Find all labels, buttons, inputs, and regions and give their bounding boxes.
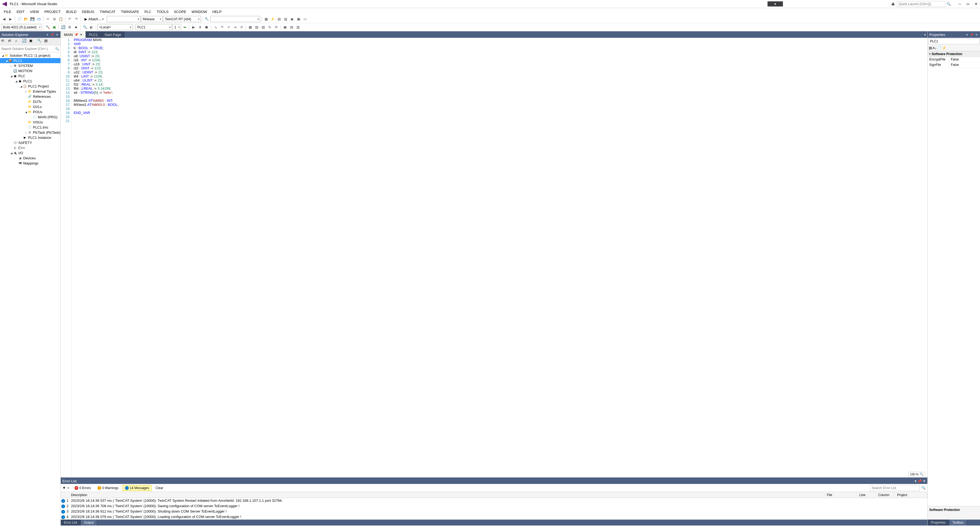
prop-events-icon[interactable]: ⚡ bbox=[942, 46, 946, 50]
instance-combo[interactable]: 1 bbox=[172, 24, 181, 30]
tc-icon-7[interactable]: ▭ bbox=[302, 16, 308, 22]
tc-scan-icon[interactable]: 🔍 bbox=[82, 24, 88, 30]
se-sync-icon[interactable]: ⇄ bbox=[8, 38, 14, 45]
clear-button[interactable]: Clear bbox=[153, 485, 166, 491]
dbg-icon-3[interactable]: ▨ bbox=[260, 24, 266, 30]
tree-item[interactable]: 📁VISUs bbox=[0, 119, 60, 125]
tree-item[interactable]: ◢📦PLC1 bbox=[0, 58, 60, 63]
menu-window[interactable]: WINDOW bbox=[189, 9, 210, 15]
se-home-icon[interactable]: ⟲ bbox=[1, 38, 7, 45]
tc-icon-5[interactable]: ◉ bbox=[289, 16, 295, 22]
col-description[interactable]: Description bbox=[69, 493, 825, 497]
dbg-icon-4[interactable]: ↻ bbox=[267, 24, 273, 30]
dbg-icon-5[interactable]: ⟳ bbox=[273, 24, 279, 30]
nav-back-icon[interactable]: ◀ bbox=[1, 16, 7, 22]
attach-button[interactable]: ▶Attach...▾ bbox=[82, 16, 106, 22]
pause-icon[interactable]: ⏸ bbox=[197, 24, 203, 30]
error-list-search-input[interactable] bbox=[870, 485, 920, 491]
tc-icon-4[interactable]: ▥ bbox=[283, 16, 289, 22]
tree-item[interactable]: ◢🔌I/O bbox=[0, 150, 60, 156]
tree-item[interactable]: ◢📁Solution 'PLC1' (1 project) bbox=[0, 53, 60, 58]
tree-item[interactable]: ▷📁External Types bbox=[0, 89, 60, 94]
tool-icon[interactable]: 🔧 bbox=[204, 16, 210, 22]
prop-az-icon[interactable]: A↓ bbox=[932, 46, 937, 50]
warnings-filter[interactable]: !0 Warnings bbox=[95, 485, 121, 491]
empty-combo[interactable] bbox=[107, 16, 140, 22]
se-collapse-icon[interactable]: ▣ bbox=[29, 38, 35, 45]
el-search-icon[interactable]: 🔍 bbox=[921, 486, 926, 490]
error-row[interactable]: i12023/2/6 16:14:36 537 ms | 'TwinCAT Sy… bbox=[61, 498, 928, 503]
tc-toggle-icon[interactable]: ◐ bbox=[89, 24, 94, 30]
tc-restart-icon[interactable]: 🔄 bbox=[60, 24, 66, 30]
nav-fwd-icon[interactable]: ▶ bbox=[8, 16, 13, 22]
prop-pin-icon[interactable]: 📌 bbox=[970, 33, 974, 37]
cut-icon[interactable]: ✂ bbox=[45, 16, 51, 22]
feedback-dropdown[interactable]: ▾ bbox=[768, 2, 783, 6]
se-home2-icon[interactable]: ⌂ bbox=[15, 38, 21, 45]
tree-item[interactable]: 🔗References bbox=[0, 94, 60, 99]
save-icon[interactable]: 💾 bbox=[29, 16, 35, 22]
start-icon[interactable]: ▶ bbox=[191, 24, 197, 30]
login-icon[interactable]: ➡ bbox=[182, 24, 188, 30]
save-all-icon[interactable]: 🗃 bbox=[36, 16, 42, 22]
editor-tab[interactable]: MAIN📌✕ bbox=[61, 31, 86, 38]
el-dropdown-icon[interactable]: ▾ bbox=[915, 479, 916, 483]
bottom-tab[interactable]: Properties bbox=[928, 519, 949, 526]
tree-item[interactable]: ▶PLC1 Instance bbox=[0, 135, 60, 140]
filter-dropdown-icon[interactable]: ▾ bbox=[67, 487, 69, 489]
tc-config-icon[interactable]: ⚙ bbox=[67, 24, 73, 30]
error-row[interactable]: i22023/2/6 16:14:36 708 ms | 'TwinCAT Sy… bbox=[61, 503, 928, 509]
panel-dropdown-icon[interactable]: ▾ bbox=[45, 33, 49, 37]
editor-tab[interactable]: Start Page bbox=[101, 31, 124, 38]
project-combo[interactable]: PLC1 bbox=[135, 24, 172, 30]
error-row[interactable]: i42023/2/6 16:14:38 079 ms | 'TwinCAT Sy… bbox=[61, 514, 928, 519]
tc-activate-icon[interactable]: ▣ bbox=[51, 24, 57, 30]
filter-icon[interactable]: ▼ bbox=[62, 486, 66, 490]
menu-build[interactable]: BUILD bbox=[64, 9, 79, 15]
tc-build-icon[interactable]: 🔨 bbox=[45, 24, 51, 30]
se-refresh-icon[interactable]: 🔄 bbox=[22, 38, 28, 45]
prop-page-icon[interactable]: 📄 bbox=[937, 46, 942, 50]
tc-stop-icon[interactable]: ■ bbox=[73, 24, 79, 30]
close-button[interactable]: ✕ bbox=[972, 2, 980, 7]
misc-icon-2[interactable]: ▤ bbox=[289, 24, 294, 30]
col-file[interactable]: File bbox=[825, 493, 857, 497]
bottom-tab[interactable]: Output bbox=[81, 519, 97, 526]
quick-launch-input[interactable] bbox=[897, 1, 945, 7]
notification-icon[interactable] bbox=[891, 2, 895, 6]
dbg-icon-1[interactable]: ▦ bbox=[247, 24, 253, 30]
col-project[interactable]: Project bbox=[895, 493, 928, 497]
tree-item[interactable]: 🔄MOTION bbox=[0, 68, 60, 73]
code-content[interactable]: PROGRAM MAINVARb : BOOL := TRUE;i8: SINT… bbox=[72, 38, 928, 478]
stop-icon[interactable]: ⏹ bbox=[204, 24, 210, 30]
misc-icon-3[interactable]: ▥ bbox=[295, 24, 301, 30]
col-line[interactable]: Line bbox=[857, 493, 876, 497]
tree-item[interactable]: ▷⚙SYSTEM bbox=[0, 63, 60, 68]
step-icon-5[interactable]: ↺ bbox=[239, 24, 244, 30]
menu-twincat[interactable]: TWINCAT bbox=[97, 9, 118, 15]
menu-plc[interactable]: PLC bbox=[142, 9, 154, 15]
step-into-icon[interactable]: ↘ bbox=[212, 24, 218, 30]
editor-tab[interactable]: PLC1 bbox=[86, 31, 102, 38]
new-project-icon[interactable]: 📄 bbox=[16, 16, 22, 22]
minimize-button[interactable]: ─ bbox=[956, 2, 964, 7]
prop-close-icon[interactable]: ✕ bbox=[975, 33, 978, 37]
properties-selector[interactable]: PLC1 bbox=[928, 38, 980, 44]
el-close-icon[interactable]: ✕ bbox=[923, 479, 926, 483]
misc-icon-1[interactable]: ▣ bbox=[282, 24, 288, 30]
tree-item[interactable]: 📁DUTs bbox=[0, 99, 60, 104]
tree-item[interactable]: CC++ bbox=[0, 145, 60, 150]
tree-item[interactable]: 📄MAIN (PRG) bbox=[0, 115, 60, 119]
step-out-icon[interactable]: ↗ bbox=[226, 24, 231, 30]
tree-item[interactable]: ◢📋PLC1 Project bbox=[0, 84, 60, 89]
menu-view[interactable]: VIEW bbox=[27, 9, 41, 15]
panel-pin-icon[interactable]: 📌 bbox=[50, 33, 54, 37]
undo-icon[interactable]: ↶ bbox=[67, 16, 73, 22]
platform-combo[interactable]: TwinCAT RT (x64) bbox=[163, 16, 201, 22]
menu-file[interactable]: FILE bbox=[1, 9, 14, 15]
tree-item[interactable]: 🛡SAFETY bbox=[0, 140, 60, 145]
tree-item[interactable]: 📄PLC1.tmc bbox=[0, 125, 60, 130]
redo-icon[interactable]: ↷ bbox=[73, 16, 79, 22]
col-column[interactable]: Column bbox=[876, 493, 895, 497]
tree-item[interactable]: ▷⏱PlcTask (PlcTask) bbox=[0, 130, 60, 135]
